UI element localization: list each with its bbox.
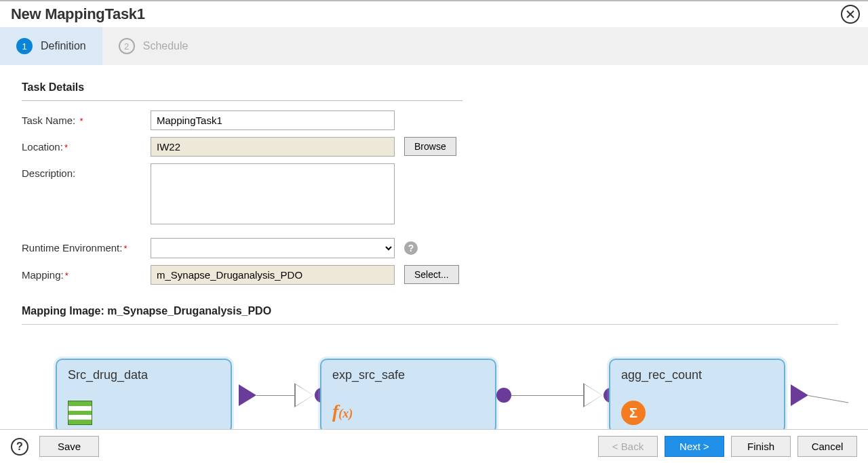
row-task-name: Task Name: * (22, 110, 838, 130)
mapping-node-agg[interactable]: agg_rec_count Σ (609, 359, 785, 429)
footer-help-icon[interactable]: ? (11, 438, 28, 456)
step-label: Schedule (143, 40, 189, 52)
step-definition[interactable]: 1 Definition (0, 27, 102, 65)
close-icon[interactable] (841, 5, 860, 24)
function-icon: f(x) (332, 401, 357, 425)
connector-line (256, 395, 297, 396)
task-name-input[interactable] (151, 110, 395, 130)
node-title: agg_rec_count (621, 368, 773, 382)
mapping-node-src[interactable]: Src_drug_data (56, 359, 232, 429)
cancel-button[interactable]: Cancel (797, 436, 857, 457)
location-label: Location:* (22, 137, 151, 153)
runtime-env-select[interactable] (151, 238, 395, 258)
section-task-details-title: Task Details (22, 81, 462, 101)
connector-line (511, 395, 586, 396)
row-description: Description: (22, 163, 838, 224)
content-area: Task Details Task Name: * Location:* Bro… (0, 65, 860, 429)
next-button[interactable]: Next > (665, 436, 724, 457)
node-title: exp_src_safe (332, 368, 484, 382)
row-runtime-env: Runtime Environment:* ? (22, 238, 838, 258)
mapping-input[interactable] (151, 265, 395, 285)
description-textarea[interactable] (151, 163, 395, 224)
step-schedule[interactable]: 2 Schedule (102, 27, 205, 65)
runtime-env-label: Runtime Environment:* (22, 238, 151, 254)
description-label: Description: (22, 163, 151, 179)
mapping-image-title: Mapping Image: m_Synapse_Druganalysis_PD… (22, 305, 838, 325)
mapping-node-exp[interactable]: exp_src_safe f(x) (320, 359, 496, 429)
mapping-canvas: Src_drug_data exp_src_safe f(x) agg_rec_… (22, 345, 838, 429)
save-button[interactable]: Save (39, 436, 99, 457)
row-mapping: Mapping:* Select... (22, 265, 838, 285)
step-number: 1 (16, 38, 33, 54)
table-icon (68, 401, 92, 425)
dialog-title: New MappingTask1 (11, 5, 145, 23)
output-port-icon (496, 388, 511, 403)
dialog-footer: ? Save < Back Next > Finish Cancel (0, 429, 868, 463)
finish-button[interactable]: Finish (731, 436, 791, 457)
wizard-steps: 1 Definition 2 Schedule (0, 27, 868, 65)
browse-button[interactable]: Browse (404, 137, 456, 156)
back-button[interactable]: < Back (598, 436, 658, 457)
location-input[interactable] (151, 137, 395, 157)
input-arrow-icon (585, 384, 602, 406)
select-mapping-button[interactable]: Select... (404, 265, 459, 284)
row-location: Location:* Browse (22, 137, 838, 157)
task-name-label: Task Name: * (22, 110, 151, 126)
step-label: Definition (41, 40, 86, 52)
connector-line (808, 395, 848, 403)
dialog-header: New MappingTask1 (0, 0, 868, 27)
step-number: 2 (119, 38, 135, 54)
output-port-icon (791, 384, 808, 406)
help-icon[interactable]: ? (404, 241, 418, 255)
input-arrow-icon (296, 384, 313, 406)
node-title: Src_drug_data (68, 368, 220, 382)
mapping-label: Mapping:* (22, 265, 151, 281)
aggregate-icon: Σ (621, 401, 646, 425)
output-port-icon (239, 384, 256, 406)
